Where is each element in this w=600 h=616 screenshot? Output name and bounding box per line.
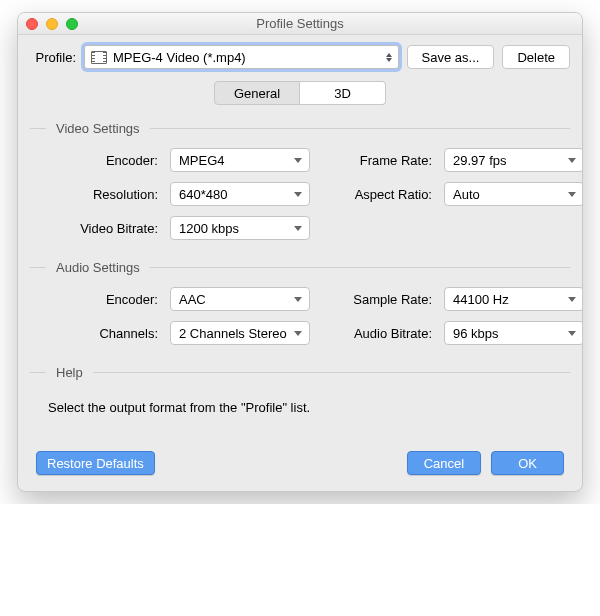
resolution-select[interactable]: 640*480 bbox=[170, 182, 310, 206]
titlebar: Profile Settings bbox=[18, 13, 582, 35]
channels-select[interactable]: 2 Channels Stereo bbox=[170, 321, 310, 345]
audio-settings-group: Audio Settings Encoder: AAC Sample Rate:… bbox=[30, 260, 570, 345]
help-header: Help bbox=[30, 365, 570, 380]
chevron-down-icon bbox=[568, 331, 576, 336]
profile-settings-window: Profile Settings Profile: MPEG-4 Video (… bbox=[17, 12, 583, 492]
audio-bitrate-label: Audio Bitrate: bbox=[322, 326, 432, 341]
help-group: Help Select the output format from the "… bbox=[30, 365, 570, 445]
profile-select-value: MPEG-4 Video (*.mp4) bbox=[113, 50, 246, 65]
save-as-button[interactable]: Save as... bbox=[407, 45, 495, 69]
frame-rate-label: Frame Rate: bbox=[322, 153, 432, 168]
audio-encoder-select[interactable]: AAC bbox=[170, 287, 310, 311]
chevron-down-icon bbox=[294, 192, 302, 197]
resolution-label: Resolution: bbox=[48, 187, 158, 202]
audio-encoder-label: Encoder: bbox=[48, 292, 158, 307]
mpeg4-format-icon bbox=[91, 51, 107, 64]
chevron-down-icon bbox=[294, 226, 302, 231]
updown-icon bbox=[386, 53, 392, 62]
aspect-ratio-select[interactable]: Auto bbox=[444, 182, 583, 206]
profile-label: Profile: bbox=[30, 50, 76, 65]
ok-button[interactable]: OK bbox=[491, 451, 564, 475]
profile-select[interactable]: MPEG-4 Video (*.mp4) bbox=[84, 45, 399, 69]
zoom-icon[interactable] bbox=[66, 18, 78, 30]
tab-bar: General 3D bbox=[30, 81, 570, 105]
sample-rate-select[interactable]: 44100 Hz bbox=[444, 287, 583, 311]
footer: Restore Defaults Cancel OK bbox=[30, 449, 570, 477]
close-icon[interactable] bbox=[26, 18, 38, 30]
tab-3d[interactable]: 3D bbox=[300, 81, 386, 105]
aspect-ratio-label: Aspect Ratio: bbox=[322, 187, 432, 202]
video-settings-group: Video Settings Encoder: MPEG4 Frame Rate… bbox=[30, 121, 570, 240]
video-encoder-select[interactable]: MPEG4 bbox=[170, 148, 310, 172]
audio-settings-header: Audio Settings bbox=[30, 260, 570, 275]
chevron-down-icon bbox=[568, 158, 576, 163]
sample-rate-label: Sample Rate: bbox=[322, 292, 432, 307]
tab-general[interactable]: General bbox=[214, 81, 300, 105]
cancel-button[interactable]: Cancel bbox=[407, 451, 481, 475]
video-bitrate-label: Video Bitrate: bbox=[48, 221, 158, 236]
video-encoder-label: Encoder: bbox=[48, 153, 158, 168]
restore-defaults-button[interactable]: Restore Defaults bbox=[36, 451, 155, 475]
window-title: Profile Settings bbox=[256, 16, 343, 31]
delete-button[interactable]: Delete bbox=[502, 45, 570, 69]
minimize-icon[interactable] bbox=[46, 18, 58, 30]
audio-bitrate-select[interactable]: 96 kbps bbox=[444, 321, 583, 345]
profile-row: Profile: MPEG-4 Video (*.mp4) Save as...… bbox=[30, 45, 570, 69]
chevron-down-icon bbox=[294, 331, 302, 336]
video-bitrate-select[interactable]: 1200 kbps bbox=[170, 216, 310, 240]
frame-rate-select[interactable]: 29.97 fps bbox=[444, 148, 583, 172]
chevron-down-icon bbox=[568, 297, 576, 302]
chevron-down-icon bbox=[294, 158, 302, 163]
chevron-down-icon bbox=[568, 192, 576, 197]
content: Profile: MPEG-4 Video (*.mp4) Save as...… bbox=[18, 35, 582, 491]
video-settings-header: Video Settings bbox=[30, 121, 570, 136]
chevron-down-icon bbox=[294, 297, 302, 302]
channels-label: Channels: bbox=[48, 326, 158, 341]
help-text: Select the output format from the "Profi… bbox=[30, 392, 570, 445]
window-controls bbox=[26, 18, 78, 30]
